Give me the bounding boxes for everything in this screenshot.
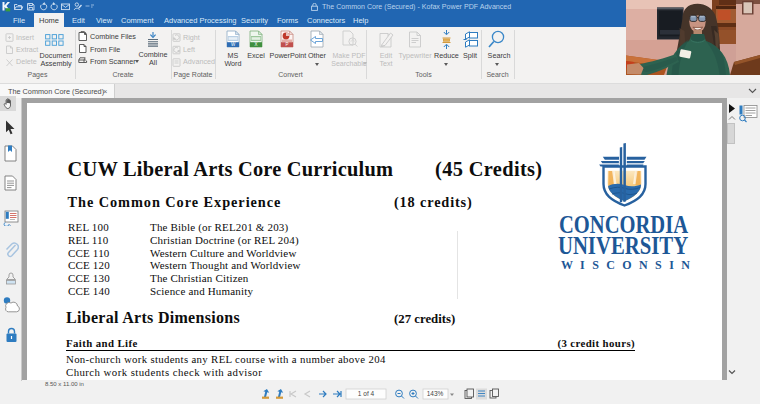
- svg-text:P: P: [285, 42, 288, 47]
- svg-text:143%: 143%: [427, 390, 444, 397]
- svg-text:UNIVERSITY: UNIVERSITY: [558, 232, 689, 259]
- svg-text:X: X: [254, 42, 257, 47]
- svg-text:1 of 4: 1 of 4: [358, 390, 375, 397]
- svg-text:W I S C O N S I N: W I S C O N S I N: [561, 258, 690, 272]
